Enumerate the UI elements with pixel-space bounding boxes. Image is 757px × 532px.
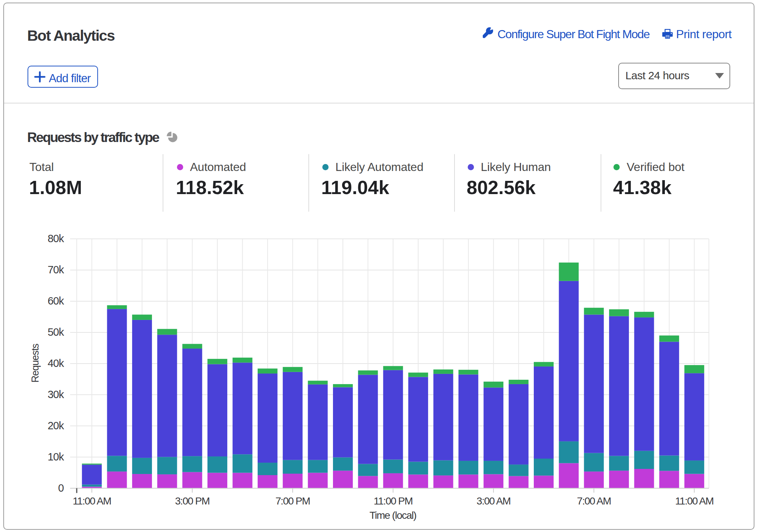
svg-text:3:00 PM: 3:00 PM [175, 495, 210, 507]
svg-text:7:00 PM: 7:00 PM [275, 495, 310, 507]
svg-text:30k: 30k [48, 389, 64, 400]
svg-text:60k: 60k [48, 295, 64, 307]
svg-text:11:00 PM: 11:00 PM [374, 495, 413, 507]
svg-text:10k: 10k [48, 451, 64, 463]
svg-text:11:00 AM: 11:00 AM [73, 495, 111, 507]
svg-text:80k: 80k [48, 233, 64, 244]
svg-text:Time (local): Time (local) [369, 510, 416, 521]
svg-text:11:00 AM: 11:00 AM [675, 495, 713, 507]
svg-text:40k: 40k [48, 357, 64, 369]
svg-text:50k: 50k [48, 326, 64, 338]
svg-text:Requests: Requests [30, 344, 41, 383]
svg-text:0: 0 [58, 482, 64, 494]
svg-text:3:00 AM: 3:00 AM [477, 495, 510, 507]
svg-text:20k: 20k [48, 420, 64, 431]
svg-text:7:00 AM: 7:00 AM [577, 495, 611, 507]
svg-text:70k: 70k [48, 264, 64, 276]
